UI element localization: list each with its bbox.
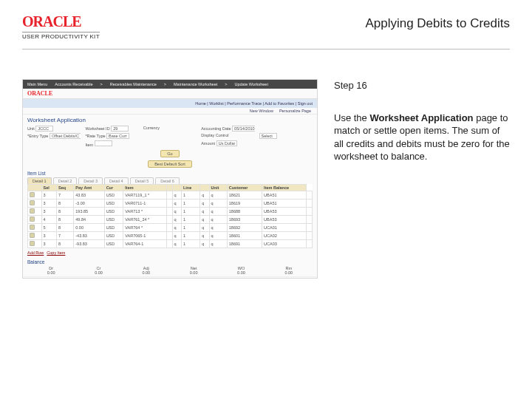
table-row: 3743.83USDVAR7119_1 *q1qq18621UBA51 — [28, 191, 313, 200]
ss-grid-cell: q — [172, 224, 181, 232]
ss-link-trace: Performance Trace — [227, 101, 262, 106]
ss-grid-cell: USD — [104, 216, 123, 224]
ss-grid-cell: -43.83 — [74, 232, 104, 240]
ss-itemlist-heading: Item List — [23, 169, 317, 176]
ss-grid-cell: q — [209, 224, 227, 232]
ss-grid-cell: 18619 — [227, 200, 262, 208]
ss-grid-cell — [166, 200, 172, 208]
ss-grid-cell: 8 — [56, 208, 73, 216]
ss-grid-cell: 18688 — [227, 208, 262, 216]
ss-grid-cell: 49.84 — [74, 216, 104, 224]
ss-grid-header: Cur — [104, 185, 123, 191]
ss-grid-cell: USD — [104, 240, 123, 248]
ss-grid-cell: 4 — [41, 216, 56, 224]
ss-go-button: Go — [160, 150, 179, 157]
ss-grid-cell: VAR764-1 — [123, 240, 167, 248]
brand-subtitle: USER PRODUCTIVITY KIT — [22, 32, 100, 40]
ss-grid-cell: 18621 — [227, 191, 262, 200]
ss-item-val — [95, 140, 112, 146]
ss-grid-cell: q — [172, 200, 181, 208]
ss-grid-cell: USD — [104, 191, 123, 200]
table-row: 37-43.83USDVAR7065-1q1qq18601UCA02 — [28, 232, 313, 240]
ss-grid-cell: q — [200, 240, 209, 248]
ss-grid-cell: 3 — [41, 232, 56, 240]
ss-balance-cell: Dr0.00 — [47, 266, 55, 275]
ss-grid-cell: 3 — [41, 240, 56, 248]
ss-grid-cell — [307, 224, 313, 232]
row-icon — [30, 208, 35, 214]
ss-field-grid: Unit JCCC Worksheet ID 29 Currency Accou… — [23, 124, 317, 149]
ss-grid-cell: 1 — [181, 208, 200, 216]
ss-grid-cell: 7 — [56, 232, 73, 240]
ss-bluebar: Home | Worklist | Performance Trace | Ad… — [23, 99, 317, 108]
ss-grid-cell: VAR7065-1 — [123, 232, 167, 240]
ss-ratetype-label: *Rate Type — [85, 134, 105, 138]
oracle-logo: ORACLE — [22, 13, 100, 30]
ss-acctdate-label: Accounting Date — [201, 126, 231, 131]
ss-balance-row: Dr0.00Cr0.00Adj0.00Net0.00WO0.00Rm0.00 — [23, 265, 317, 276]
ss-crumb: Receivables Maintenance — [110, 82, 157, 86]
ss-currency-label: Currency — [143, 126, 160, 130]
ss-button-row: Go — [23, 149, 317, 159]
ss-display-val: Select — [259, 133, 277, 139]
ss-grid-cell — [28, 224, 42, 232]
ss-grid-cell: q — [172, 240, 181, 248]
ss-amount-label: Amount — [201, 141, 215, 146]
ss-new-window: New Window — [250, 109, 273, 113]
ss-grid-cell — [28, 208, 42, 216]
ss-grid-cell: q — [200, 200, 209, 208]
ss-link-fav: Add to Favorites — [265, 101, 294, 106]
ss-grid-cell: 8 — [56, 216, 73, 224]
ss-balance-cell: WO0.00 — [237, 266, 245, 275]
ss-add-row: Add Row — [27, 250, 44, 255]
table-row: 4849.84USDVAR761_24 *q1qq18693UBA53 — [28, 216, 313, 224]
ss-grid-cell: 1 — [181, 216, 200, 224]
ss-grid-cell: 5 — [41, 224, 56, 232]
ss-grid-header: Customer — [227, 185, 262, 191]
ss-button-row-2: Best Default Sort — [23, 159, 317, 169]
ss-grid-cell: USD — [104, 232, 123, 240]
ss-grid-header: Pay Amt — [74, 185, 104, 191]
ss-grid-cell: 18693 — [227, 216, 262, 224]
ss-grid-cell: -3.00 — [74, 200, 104, 208]
ss-grid-cell: 3 — [41, 200, 56, 208]
ss-balance-cell: Adj0.00 — [142, 266, 150, 275]
row-icon — [30, 225, 35, 230]
ss-grid-cell: 7 — [56, 191, 73, 200]
ss-subheader: New Window Personalize Page — [23, 108, 317, 115]
ss-grid-cell: UBA53 — [262, 208, 307, 216]
step-label: Step 16 — [334, 79, 510, 92]
ss-acctdate-val: 05/14/2010 — [232, 126, 255, 132]
ss-grid-cell — [28, 240, 42, 248]
ss-entrytype-val: Offset Debits/C — [50, 133, 81, 139]
ss-grid-cell: 1 — [181, 200, 200, 208]
ss-crumb: Maintenance Worksheet — [174, 82, 217, 86]
ss-grid-header — [172, 185, 181, 191]
ss-grid-cell: 1 — [181, 191, 200, 200]
ss-tab-strip: Detail 1 Detail 2 Detail 3 Detail 4 Deta… — [23, 176, 317, 184]
ss-grid-cell: q — [209, 232, 227, 240]
ss-crumb: Update Worksheet — [234, 82, 267, 86]
ss-grid-cell: 8 — [56, 200, 73, 208]
ss-grid-header: Item — [123, 185, 167, 191]
ss-grid-cell: q — [209, 216, 227, 224]
ss-grid-cell: VAR764 * — [123, 224, 167, 232]
ss-item-grid: SelSeqPay AmtCurItemLineUnitCustomerItem… — [27, 184, 313, 248]
ss-grid-cell: UCA02 — [262, 232, 307, 240]
ss-grid-cell: 18692 — [227, 224, 262, 232]
ss-balance-cell: Net0.00 — [190, 266, 198, 275]
ss-grid-cell — [166, 216, 172, 224]
ss-grid-cell: q — [200, 216, 209, 224]
ss-display-label: Display Control — [201, 133, 228, 137]
ss-grid-cell: UCA01 — [262, 224, 307, 232]
ss-unit-val: JCCC — [35, 126, 53, 132]
ss-ws-label: Worksheet ID — [85, 126, 109, 131]
ss-grid-cell: VAR0711-1 — [123, 200, 167, 208]
ss-grid-cell: 18601 — [227, 232, 262, 240]
ss-oracle-logo: ORACLE — [23, 89, 317, 99]
row-icon — [30, 241, 35, 246]
ss-grid-cell: q — [200, 191, 209, 200]
ss-grid-cell: q — [209, 208, 227, 216]
ss-tab: Detail 1 — [27, 177, 52, 184]
ss-grid-cell: VAR7119_1 * — [123, 191, 167, 200]
